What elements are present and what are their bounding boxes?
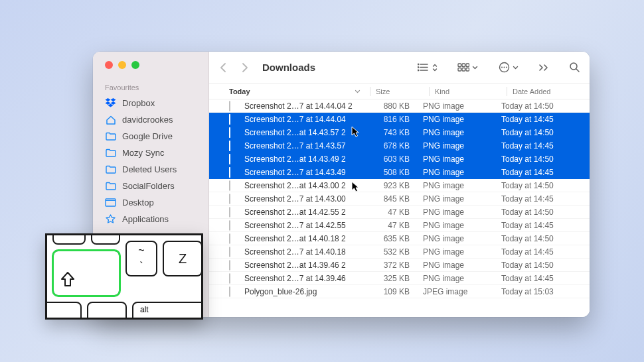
sidebar-item-google-drive[interactable]: Google Drive	[93, 128, 208, 145]
file-row[interactable]: Screenshot 2…7 at 14.44.04816 KBPNG imag…	[209, 113, 590, 126]
group-button[interactable]	[457, 62, 478, 73]
file-kind: PNG image	[423, 128, 495, 137]
sidebar-item-desktop[interactable]: Desktop	[93, 194, 208, 211]
file-thumbnail-icon	[229, 154, 240, 164]
column-name[interactable]: Today	[229, 88, 370, 95]
chevron-down-icon	[513, 66, 519, 70]
file-size: 372 KB	[370, 261, 423, 270]
file-name: Screenshot 2…7 at 14.40.18	[244, 247, 370, 257]
file-thumbnail-icon	[229, 115, 240, 124]
file-date-added: Today at 14:50	[495, 261, 590, 270]
toolbar: Downloads	[209, 52, 590, 84]
file-kind: PNG image	[423, 141, 495, 151]
shift-glyph	[60, 271, 75, 290]
file-row[interactable]: Screenshot 2…7 at 14.44.04 2880 KBPNG im…	[209, 99, 590, 113]
file-row[interactable]: Screenshot 2…at 14.43.00 2923 KBPNG imag…	[209, 179, 590, 192]
minimize-button[interactable]	[118, 61, 126, 69]
ellipsis-circle-icon	[498, 62, 510, 73]
more-button[interactable]	[538, 64, 549, 72]
keyboard-inset: ~ ` Z alt	[45, 233, 203, 320]
window-title: Downloads	[262, 62, 315, 73]
file-size: 923 KB	[370, 181, 423, 190]
file-kind: PNG image	[423, 154, 495, 164]
file-size: 678 KB	[370, 141, 423, 151]
zoom-button[interactable]	[131, 61, 139, 69]
updown-icon	[432, 63, 438, 72]
file-date-added: Today at 14:50	[495, 101, 590, 111]
home-icon	[105, 114, 116, 125]
sidebar-item-label: davidcrookes	[122, 115, 173, 125]
sidebar-item-deleted-users[interactable]: Deleted Users	[93, 161, 208, 178]
file-name: Screenshot 2…7 at 14.44.04	[244, 115, 370, 124]
file-thumbnail-icon	[229, 181, 240, 190]
sidebar-item-socialfolders[interactable]: SocialFolders	[93, 178, 208, 194]
file-size: 880 KB	[370, 101, 423, 111]
sidebar-item-davidcrookes[interactable]: davidcrookes	[93, 111, 208, 128]
view-list-button[interactable]	[418, 62, 438, 73]
file-kind: PNG image	[423, 168, 495, 177]
file-row[interactable]: Screenshot 2…at 14.42.55 247 KBPNG image…	[209, 206, 590, 219]
file-date-added: Today at 15:03	[495, 287, 590, 296]
file-name: Screenshot 2…7 at 14.42.55	[244, 221, 370, 230]
forward-button[interactable]	[240, 63, 249, 72]
sidebar-item-mozy-sync[interactable]: Mozy Sync	[93, 145, 208, 161]
svg-rect-10	[466, 64, 469, 67]
svg-rect-9	[462, 64, 465, 67]
z-key: Z	[163, 241, 202, 276]
file-kind: PNG image	[423, 234, 495, 243]
file-row[interactable]: Screenshot 2…at 14.43.57 2743 KBPNG imag…	[209, 126, 590, 139]
file-thumbnail-icon	[229, 221, 240, 230]
file-size: 47 KB	[370, 221, 423, 230]
file-row[interactable]: Screenshot 2…7 at 14.42.5547 KBPNG image…	[209, 219, 590, 232]
file-kind: PNG image	[423, 274, 495, 283]
file-date-added: Today at 14:50	[495, 208, 590, 217]
back-button[interactable]	[218, 63, 228, 72]
svg-point-7	[418, 70, 418, 70]
column-date-added[interactable]: Date Added	[513, 88, 590, 95]
file-kind: PNG image	[423, 194, 495, 204]
close-button[interactable]	[105, 61, 113, 69]
file-thumbnail-icon	[229, 194, 240, 204]
file-size: 325 KB	[370, 274, 423, 283]
file-row[interactable]: Screenshot 2…at 14.40.18 2635 KBPNG imag…	[209, 232, 590, 245]
file-row[interactable]: Screenshot 2…7 at 14.39.46325 KBPNG imag…	[209, 272, 590, 285]
file-name: Screenshot 2…7 at 14.43.57	[244, 141, 370, 151]
file-row[interactable]: Screenshot 2…7 at 14.43.00845 KBPNG imag…	[209, 192, 590, 206]
file-row[interactable]: Screenshot 2…at 14.43.49 2603 KBPNG imag…	[209, 152, 590, 166]
folder-icon	[105, 131, 116, 142]
sidebar-item-label: Applications	[122, 214, 169, 224]
file-size: 508 KB	[370, 168, 423, 177]
chevron-down-icon	[472, 66, 478, 70]
svg-rect-11	[458, 68, 461, 71]
action-menu-button[interactable]	[498, 62, 519, 73]
apps-icon	[105, 213, 116, 225]
file-size: 743 KB	[370, 128, 423, 137]
file-kind: PNG image	[423, 221, 495, 230]
file-row[interactable]: Screenshot 2…7 at 14.40.18532 KBPNG imag…	[209, 245, 590, 259]
file-thumbnail-icon	[229, 247, 240, 257]
file-date-added: Today at 14:45	[495, 274, 590, 283]
tilde-key: ~ `	[125, 241, 157, 276]
column-kind[interactable]: Kind	[435, 88, 507, 95]
file-date-added: Today at 14:50	[495, 181, 590, 190]
file-row[interactable]: Polygon_blue-26.jpg109 KBJPEG imageToday…	[209, 285, 590, 298]
sidebar-section-header: Favourites	[93, 84, 208, 91]
file-size: 816 KB	[370, 115, 423, 124]
mouse-cursor-icon	[351, 181, 361, 193]
file-name: Screenshot 2…7 at 14.43.49	[244, 168, 370, 177]
folder-icon	[105, 164, 116, 175]
file-thumbnail-icon	[229, 141, 240, 151]
mouse-cursor-icon	[351, 126, 361, 138]
file-row[interactable]: Screenshot 2…7 at 14.43.57678 KBPNG imag…	[209, 139, 590, 152]
sidebar-item-label: Deleted Users	[122, 164, 177, 174]
file-date-added: Today at 14:45	[495, 115, 590, 124]
file-name: Screenshot 2…at 14.39.46 2	[244, 261, 370, 270]
sidebar-item-label: SocialFolders	[122, 181, 175, 191]
search-button[interactable]	[569, 62, 580, 73]
file-row[interactable]: Screenshot 2…at 14.39.46 2372 KBPNG imag…	[209, 259, 590, 272]
column-size[interactable]: Size	[376, 88, 429, 95]
file-kind: PNG image	[423, 101, 495, 111]
sidebar-item-dropbox[interactable]: Dropbox	[93, 95, 208, 111]
file-row[interactable]: Screenshot 2…7 at 14.43.49508 KBPNG imag…	[209, 166, 590, 179]
sidebar-item-applications[interactable]: Applications	[93, 211, 208, 227]
